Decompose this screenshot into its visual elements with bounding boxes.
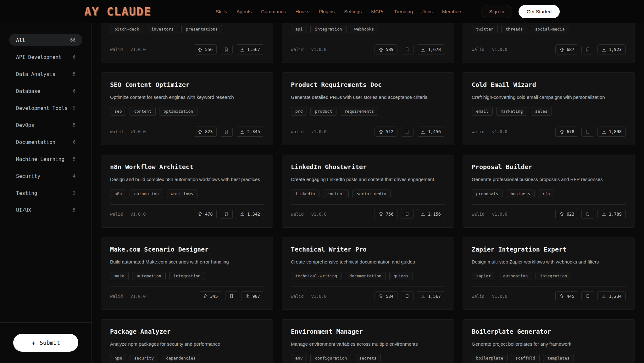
sidebar-category-item[interactable]: Testing 3 xyxy=(9,187,82,199)
skill-card[interactable]: Make.com Scenario Designer Build automat… xyxy=(101,237,273,310)
bookmark-button[interactable] xyxy=(401,127,414,137)
upvote-button[interactable]: 556 xyxy=(194,44,217,54)
tag-chip[interactable]: automation xyxy=(499,272,532,280)
skill-card[interactable]: Product Requirements Doc Generate detail… xyxy=(282,72,454,145)
sidebar-category-item[interactable]: Development Tools 9 xyxy=(9,102,82,114)
bookmark-button[interactable] xyxy=(225,291,238,301)
sidebar-category-item[interactable]: DevOps 5 xyxy=(9,119,82,131)
sidebar-category-item[interactable]: Database 6 xyxy=(9,85,82,97)
tag-chip[interactable]: scaffold xyxy=(511,354,540,362)
download-button[interactable]: 1,342 xyxy=(236,209,264,219)
sidebar-category-item[interactable]: Documentation 6 xyxy=(9,136,82,148)
tag-chip[interactable]: automation xyxy=(130,190,163,198)
tag-chip[interactable]: boilerplate xyxy=(472,354,508,362)
tag-chip[interactable]: requirements xyxy=(340,107,378,116)
tag-chip[interactable]: templates xyxy=(543,354,574,362)
skill-card[interactable]: SEO Content Optimizer Optimize content f… xyxy=(101,72,273,145)
tag-chip[interactable]: technical-writing xyxy=(291,272,341,280)
tag-chip[interactable]: pitch-deck xyxy=(110,25,143,33)
nav-link[interactable]: Trending xyxy=(394,9,413,14)
tag-chip[interactable]: automation xyxy=(132,272,165,280)
download-button[interactable]: 2,345 xyxy=(236,127,264,137)
skill-card[interactable]: Environment Manager Manage environment v… xyxy=(282,319,454,363)
tag-chip[interactable]: env xyxy=(291,354,307,362)
bookmark-button[interactable] xyxy=(401,291,414,301)
tag-chip[interactable]: presentations xyxy=(181,25,222,33)
nav-link[interactable]: Hooks xyxy=(296,9,309,14)
tag-chip[interactable]: integration xyxy=(169,272,205,280)
tag-chip[interactable]: security xyxy=(130,354,158,362)
tag-chip[interactable]: configuration xyxy=(310,354,351,362)
nav-link[interactable]: Plugins xyxy=(319,9,335,14)
tag-chip[interactable]: content xyxy=(323,190,349,198)
nav-link[interactable]: Skills xyxy=(216,9,227,14)
tag-chip[interactable]: optimization xyxy=(159,107,197,116)
download-button[interactable]: 1,234 xyxy=(597,291,626,301)
tag-chip[interactable]: investors xyxy=(147,25,178,33)
bookmark-button[interactable] xyxy=(401,45,414,54)
skill-card[interactable]: Boilerplate Generator Generate project b… xyxy=(463,319,635,363)
skill-card[interactable]: api integration webhooks walid v1.0.0 58… xyxy=(282,23,454,63)
tag-chip[interactable]: threads xyxy=(501,25,527,33)
tag-chip[interactable]: n8n xyxy=(110,190,126,198)
tag-chip[interactable]: business xyxy=(506,190,535,198)
tag-chip[interactable]: social-media xyxy=(352,190,391,198)
upvote-button[interactable]: 823 xyxy=(194,127,217,137)
skill-card[interactable]: Package Analyzer Analyze npm packages fo… xyxy=(101,319,273,363)
app-logo[interactable]: AY CLAUDE xyxy=(84,5,151,18)
tag-chip[interactable]: twitter xyxy=(472,25,498,33)
upvote-button[interactable]: 623 xyxy=(555,209,578,219)
nav-link[interactable]: Agents xyxy=(236,9,252,14)
nav-link[interactable]: Jobs xyxy=(422,9,433,14)
sidebar-category-item[interactable]: UI/UX 5 xyxy=(9,204,82,216)
submit-button[interactable]: + Submit xyxy=(13,334,78,352)
tag-chip[interactable]: documentation xyxy=(345,272,386,280)
upvote-button[interactable]: 534 xyxy=(375,291,397,301)
upvote-button[interactable]: 345 xyxy=(199,291,222,301)
bookmark-button[interactable] xyxy=(581,291,594,301)
tag-chip[interactable]: seo xyxy=(110,107,126,116)
download-button[interactable]: 1,898 xyxy=(597,127,626,137)
tag-chip[interactable]: prd xyxy=(291,107,307,116)
bookmark-button[interactable] xyxy=(581,209,594,219)
tag-chip[interactable]: content xyxy=(130,107,156,116)
upvote-button[interactable]: 478 xyxy=(194,209,217,219)
upvote-button[interactable]: 678 xyxy=(555,127,578,137)
tag-chip[interactable]: marketing xyxy=(496,107,527,116)
sidebar-category-item[interactable]: Machine Learning 5 xyxy=(9,153,82,165)
bookmark-button[interactable] xyxy=(220,45,233,54)
bookmark-button[interactable] xyxy=(581,127,594,137)
tag-chip[interactable]: linkedin xyxy=(291,190,319,198)
tag-chip[interactable]: integration xyxy=(536,272,571,280)
upvote-button[interactable]: 445 xyxy=(555,291,578,301)
skill-card[interactable]: Zapier Integration Expert Design multi-s… xyxy=(463,237,635,310)
download-button[interactable]: 1,789 xyxy=(597,209,626,219)
sidebar-category-item[interactable]: API Development 6 xyxy=(9,51,82,63)
bookmark-button[interactable] xyxy=(220,209,233,219)
tag-chip[interactable]: zapier xyxy=(472,272,495,280)
tag-chip[interactable]: social-media xyxy=(531,25,569,33)
tag-chip[interactable]: make xyxy=(110,272,129,280)
tag-chip[interactable]: secrets xyxy=(355,354,381,362)
nav-link[interactable]: Settings xyxy=(344,9,362,14)
upvote-button[interactable]: 589 xyxy=(375,44,397,54)
tag-chip[interactable]: sales xyxy=(531,107,552,116)
bookmark-button[interactable] xyxy=(401,209,414,219)
skill-card[interactable]: Proposal Builder Generate professional b… xyxy=(463,155,635,227)
tag-chip[interactable]: rfp xyxy=(538,190,554,198)
tag-chip[interactable]: webhooks xyxy=(350,25,379,33)
skill-card[interactable]: Technical Writer Pro Create comprehensiv… xyxy=(282,237,454,310)
sidebar-category-item[interactable]: Data Analysis 5 xyxy=(9,68,82,80)
skill-card[interactable]: twitter threads social-media walid v1.0.… xyxy=(463,23,635,63)
upvote-button[interactable]: 756 xyxy=(375,209,397,219)
sign-in-button[interactable]: Sign In xyxy=(481,5,512,18)
tag-chip[interactable]: api xyxy=(291,25,307,33)
tag-chip[interactable]: proposals xyxy=(472,190,502,198)
download-button[interactable]: 1,923 xyxy=(597,44,626,54)
tag-chip[interactable]: email xyxy=(472,107,493,116)
download-button[interactable]: 2,156 xyxy=(417,209,445,219)
nav-link[interactable]: Commands xyxy=(261,9,286,14)
download-button[interactable]: 1,567 xyxy=(417,291,445,301)
tag-chip[interactable]: product xyxy=(310,107,336,116)
tag-chip[interactable]: integration xyxy=(310,25,346,33)
